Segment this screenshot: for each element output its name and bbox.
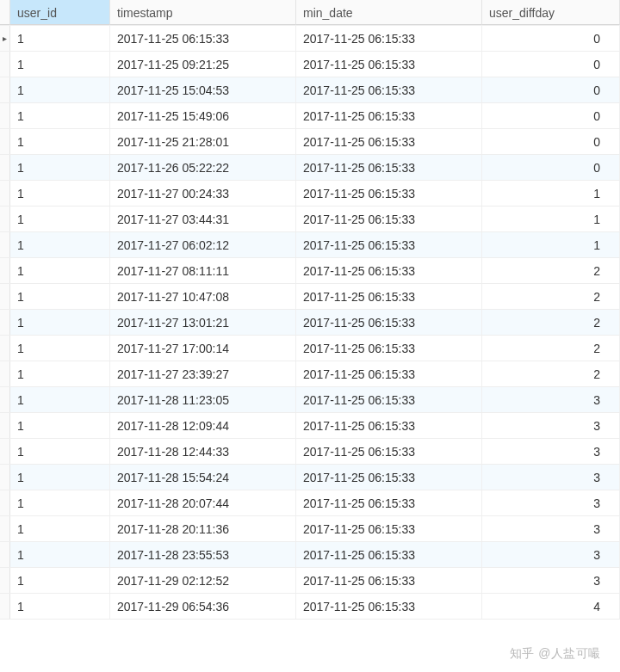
cell-min-date[interactable]: 2017-11-25 06:15:33 <box>296 594 482 619</box>
cell-timestamp[interactable]: 2017-11-27 23:39:27 <box>110 361 296 386</box>
cell-user-id[interactable]: 1 <box>10 155 110 180</box>
cell-user-id[interactable]: 1 <box>10 413 110 438</box>
cell-min-date[interactable]: 2017-11-25 06:15:33 <box>296 129 482 154</box>
cell-min-date[interactable]: 2017-11-25 06:15:33 <box>296 568 482 593</box>
table-row[interactable]: 12017-11-27 03:44:312017-11-25 06:15:331 <box>0 207 620 232</box>
cell-user-id[interactable]: 1 <box>10 542 110 567</box>
cell-min-date[interactable]: 2017-11-25 06:15:33 <box>296 52 482 77</box>
table-row[interactable]: 12017-11-28 20:07:442017-11-25 06:15:333 <box>0 490 620 516</box>
cell-user-id[interactable]: 1 <box>10 336 110 361</box>
cell-user-id[interactable]: 1 <box>10 52 110 77</box>
cell-timestamp[interactable]: 2017-11-28 11:23:05 <box>110 387 296 412</box>
row-gutter[interactable] <box>0 155 10 180</box>
cell-timestamp[interactable]: 2017-11-28 12:09:44 <box>110 413 296 438</box>
cell-timestamp[interactable]: 2017-11-28 15:54:24 <box>110 465 296 490</box>
cell-user-diffday[interactable]: 3 <box>482 413 620 438</box>
cell-timestamp[interactable]: 2017-11-27 08:11:11 <box>110 258 296 283</box>
cell-timestamp[interactable]: 2017-11-26 05:22:22 <box>110 155 296 180</box>
cell-min-date[interactable]: 2017-11-25 06:15:33 <box>296 336 482 361</box>
cell-timestamp[interactable]: 2017-11-27 17:00:14 <box>110 336 296 361</box>
cell-user-id[interactable]: 1 <box>10 232 110 257</box>
cell-user-id[interactable]: 1 <box>10 465 110 490</box>
cell-user-id[interactable]: 1 <box>10 129 110 154</box>
cell-user-diffday[interactable]: 2 <box>482 284 620 309</box>
row-gutter[interactable] <box>0 52 10 77</box>
row-gutter[interactable] <box>0 129 10 154</box>
cell-min-date[interactable]: 2017-11-25 06:15:33 <box>296 516 482 541</box>
cell-user-id[interactable]: 1 <box>10 516 110 541</box>
cell-user-diffday[interactable]: 3 <box>482 387 620 412</box>
cell-timestamp[interactable]: 2017-11-28 12:44:33 <box>110 439 296 464</box>
row-gutter[interactable] <box>0 258 10 283</box>
cell-user-id[interactable]: 1 <box>10 77 110 102</box>
table-row[interactable]: 12017-11-28 12:09:442017-11-25 06:15:333 <box>0 413 620 439</box>
table-row[interactable]: 12017-11-25 15:04:532017-11-25 06:15:330 <box>0 77 620 103</box>
row-gutter[interactable] <box>0 181 10 206</box>
cell-user-diffday[interactable]: 0 <box>482 77 620 102</box>
cell-user-diffday[interactable]: 3 <box>482 490 620 515</box>
cell-user-diffday[interactable]: 2 <box>482 336 620 361</box>
col-header-user-id[interactable]: user_id <box>10 0 110 25</box>
cell-timestamp[interactable]: 2017-11-25 15:04:53 <box>110 77 296 102</box>
row-gutter[interactable] <box>0 413 10 438</box>
cell-min-date[interactable]: 2017-11-25 06:15:33 <box>296 284 482 309</box>
cell-timestamp[interactable]: 2017-11-25 21:28:01 <box>110 129 296 154</box>
row-gutter[interactable] <box>0 77 10 102</box>
row-gutter[interactable] <box>0 336 10 361</box>
cell-min-date[interactable]: 2017-11-25 06:15:33 <box>296 490 482 515</box>
cell-timestamp[interactable]: 2017-11-29 06:54:36 <box>110 594 296 619</box>
cell-user-id[interactable]: 1 <box>10 568 110 593</box>
cell-min-date[interactable]: 2017-11-25 06:15:33 <box>296 207 482 231</box>
table-row[interactable]: 12017-11-25 09:21:252017-11-25 06:15:330 <box>0 52 620 77</box>
cell-min-date[interactable]: 2017-11-25 06:15:33 <box>296 77 482 102</box>
table-row[interactable]: 12017-11-27 13:01:212017-11-25 06:15:332 <box>0 310 620 336</box>
row-gutter[interactable] <box>0 361 10 386</box>
cell-min-date[interactable]: 2017-11-25 06:15:33 <box>296 103 482 128</box>
table-row[interactable]: 12017-11-26 05:22:222017-11-25 06:15:330 <box>0 155 620 181</box>
row-gutter[interactable]: ▸ <box>0 26 10 51</box>
cell-user-diffday[interactable]: 1 <box>482 207 620 231</box>
cell-timestamp[interactable]: 2017-11-27 13:01:21 <box>110 310 296 335</box>
cell-timestamp[interactable]: 2017-11-27 00:24:33 <box>110 181 296 206</box>
cell-user-diffday[interactable]: 0 <box>482 103 620 128</box>
table-row[interactable]: 12017-11-27 23:39:272017-11-25 06:15:332 <box>0 361 620 387</box>
cell-min-date[interactable]: 2017-11-25 06:15:33 <box>296 465 482 490</box>
table-row[interactable]: ▸12017-11-25 06:15:332017-11-25 06:15:33… <box>0 26 620 52</box>
cell-timestamp[interactable]: 2017-11-25 06:15:33 <box>110 26 296 51</box>
cell-timestamp[interactable]: 2017-11-27 06:02:12 <box>110 232 296 257</box>
cell-user-diffday[interactable]: 3 <box>482 542 620 567</box>
cell-user-id[interactable]: 1 <box>10 490 110 515</box>
table-row[interactable]: 12017-11-27 08:11:112017-11-25 06:15:332 <box>0 258 620 284</box>
row-gutter[interactable] <box>0 516 10 541</box>
table-row[interactable]: 12017-11-27 00:24:332017-11-25 06:15:331 <box>0 181 620 207</box>
row-gutter[interactable] <box>0 103 10 128</box>
cell-min-date[interactable]: 2017-11-25 06:15:33 <box>296 413 482 438</box>
table-row[interactable]: 12017-11-29 02:12:522017-11-25 06:15:333 <box>0 568 620 594</box>
col-header-user-diffday[interactable]: user_diffday <box>482 0 620 25</box>
table-row[interactable]: 12017-11-28 20:11:362017-11-25 06:15:333 <box>0 516 620 542</box>
cell-user-diffday[interactable]: 2 <box>482 310 620 335</box>
row-gutter[interactable] <box>0 490 10 515</box>
cell-user-id[interactable]: 1 <box>10 594 110 619</box>
row-gutter[interactable] <box>0 310 10 335</box>
row-gutter[interactable] <box>0 439 10 464</box>
cell-user-diffday[interactable]: 1 <box>482 181 620 206</box>
cell-min-date[interactable]: 2017-11-25 06:15:33 <box>296 155 482 180</box>
cell-min-date[interactable]: 2017-11-25 06:15:33 <box>296 542 482 567</box>
cell-user-diffday[interactable]: 3 <box>482 439 620 464</box>
cell-min-date[interactable]: 2017-11-25 06:15:33 <box>296 181 482 206</box>
table-row[interactable]: 12017-11-27 10:47:082017-11-25 06:15:332 <box>0 284 620 310</box>
cell-user-id[interactable]: 1 <box>10 439 110 464</box>
cell-user-diffday[interactable]: 0 <box>482 129 620 154</box>
cell-timestamp[interactable]: 2017-11-28 23:55:53 <box>110 542 296 567</box>
table-row[interactable]: 12017-11-25 21:28:012017-11-25 06:15:330 <box>0 129 620 155</box>
cell-timestamp[interactable]: 2017-11-27 10:47:08 <box>110 284 296 309</box>
table-row[interactable]: 12017-11-28 12:44:332017-11-25 06:15:333 <box>0 439 620 465</box>
cell-timestamp[interactable]: 2017-11-27 03:44:31 <box>110 207 296 231</box>
cell-min-date[interactable]: 2017-11-25 06:15:33 <box>296 387 482 412</box>
cell-user-diffday[interactable]: 2 <box>482 361 620 386</box>
cell-min-date[interactable]: 2017-11-25 06:15:33 <box>296 439 482 464</box>
table-row[interactable]: 12017-11-25 15:49:062017-11-25 06:15:330 <box>0 103 620 129</box>
cell-user-diffday[interactable]: 3 <box>482 465 620 490</box>
cell-min-date[interactable]: 2017-11-25 06:15:33 <box>296 258 482 283</box>
